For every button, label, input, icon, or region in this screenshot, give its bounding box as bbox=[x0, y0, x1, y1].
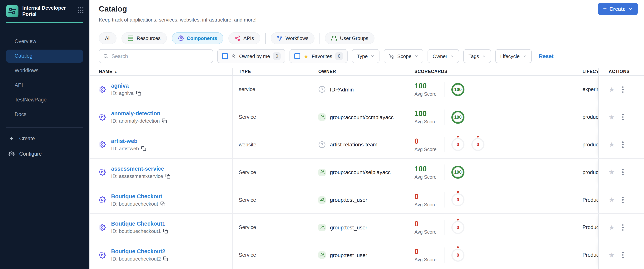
name-cell: Boutique Checkout1 ID: boutiquecheckout1 bbox=[99, 214, 232, 241]
lifecycle-cell: production bbox=[582, 169, 598, 175]
scope-dropdown[interactable]: Scope bbox=[384, 49, 424, 63]
sidebar-item-testnewpage[interactable]: TestNewPage bbox=[6, 93, 83, 106]
plus-icon: + bbox=[8, 135, 14, 142]
avg-score-label: Avg Score bbox=[414, 202, 444, 207]
kebab-menu-icon[interactable] bbox=[621, 140, 624, 149]
sidebar-item-workflows[interactable]: Workflows bbox=[6, 64, 83, 77]
avg-score-block: 100 Avg Score bbox=[414, 165, 444, 180]
tab-resources[interactable]: Resources bbox=[122, 32, 167, 44]
copy-icon[interactable] bbox=[163, 229, 168, 234]
table-row[interactable]: agniva ID: agniva service IDPAdmin 100 A… bbox=[90, 76, 644, 104]
entity-name-link[interactable]: anomaly-detection bbox=[111, 110, 167, 116]
actions-cell: ★ bbox=[598, 241, 638, 269]
entity-name-link[interactable]: agniva bbox=[111, 83, 141, 89]
copy-icon[interactable] bbox=[163, 256, 168, 261]
favorites-filter[interactable]: ★ Favorites 0 bbox=[290, 49, 348, 63]
sidebar-item-catalog[interactable]: Catalog bbox=[6, 49, 83, 62]
favorite-star-icon[interactable]: ★ bbox=[609, 252, 615, 259]
portal-logo-icon bbox=[6, 5, 18, 17]
table-row[interactable]: Boutique Checkout2 ID: boutiquecheckout2… bbox=[90, 241, 644, 269]
tab-all[interactable]: All bbox=[99, 32, 117, 44]
favorite-star-icon[interactable]: ★ bbox=[609, 196, 615, 203]
entity-name-link[interactable]: Boutique Checkout2 bbox=[111, 248, 168, 255]
type-dropdown[interactable]: Type bbox=[352, 49, 380, 63]
copy-icon[interactable] bbox=[136, 91, 141, 96]
plus-icon: + bbox=[603, 5, 607, 12]
sidebar-create-button[interactable]: + Create bbox=[6, 133, 83, 144]
tab-components[interactable]: Components bbox=[172, 32, 224, 44]
scorecards-cell: 0 Avg Score 0 0 bbox=[414, 137, 582, 152]
kebab-menu-icon[interactable] bbox=[621, 196, 624, 204]
table-row[interactable]: artist-web ID: artistweb website artist-… bbox=[90, 131, 644, 159]
kebab-menu-icon[interactable] bbox=[621, 168, 624, 177]
tab-workflows[interactable]: Workflows bbox=[270, 32, 314, 44]
chevron-down-icon bbox=[482, 54, 486, 58]
favorite-star-icon[interactable]: ★ bbox=[609, 224, 615, 231]
favorite-star-icon[interactable]: ★ bbox=[609, 86, 615, 93]
copy-icon[interactable] bbox=[141, 146, 146, 151]
tab-apis[interactable]: APIs bbox=[228, 32, 260, 44]
sidebar-item-docs[interactable]: Docs bbox=[6, 108, 83, 121]
favorites-checkbox[interactable] bbox=[294, 53, 300, 59]
table-header-row: NAME ▲ TYPE OWNER SCORECARDS LIFECYCLE A… bbox=[90, 68, 644, 76]
scorecard-ring[interactable]: 0 bbox=[452, 221, 464, 234]
actions-cell: ★ bbox=[598, 186, 638, 214]
reset-filters-link[interactable]: Reset bbox=[539, 53, 554, 59]
entity-name-link[interactable]: artist-web bbox=[111, 138, 146, 144]
scorecard-ring[interactable]: 100 bbox=[452, 83, 464, 96]
actions-cell: ★ bbox=[598, 214, 638, 241]
kebab-menu-icon[interactable] bbox=[621, 223, 624, 232]
kebab-menu-icon[interactable] bbox=[621, 251, 624, 260]
component-gear-icon bbox=[99, 169, 106, 176]
table-row[interactable]: anomaly-detection ID: anomaly-detection … bbox=[90, 103, 644, 131]
column-header-scorecards[interactable]: SCORECARDS bbox=[414, 69, 582, 74]
owned-by-me-filter[interactable]: Owned by me 0 bbox=[217, 49, 285, 63]
favorite-star-icon[interactable]: ★ bbox=[609, 141, 615, 148]
sidebar-item-overview[interactable]: Overview bbox=[6, 35, 83, 48]
column-header-owner[interactable]: OWNER bbox=[318, 69, 414, 74]
chevron-down-icon bbox=[371, 54, 375, 58]
owned-by-me-checkbox[interactable] bbox=[222, 53, 228, 59]
owner-dropdown[interactable]: Owner bbox=[428, 49, 459, 63]
sidebar-configure-button[interactable]: Configure bbox=[6, 148, 83, 160]
scorecard-ring[interactable]: 0 bbox=[452, 193, 464, 206]
component-gear-icon bbox=[99, 252, 106, 259]
scorecard-ring[interactable]: 100 bbox=[452, 110, 464, 124]
app-grid-icon[interactable] bbox=[78, 7, 84, 13]
tags-dropdown[interactable]: Tags bbox=[464, 49, 491, 63]
components-gear-icon bbox=[178, 35, 184, 41]
owner-cell: artist-relations-team bbox=[318, 141, 414, 148]
favorite-star-icon[interactable]: ★ bbox=[609, 169, 615, 176]
favorite-star-icon[interactable]: ★ bbox=[609, 114, 615, 120]
scorecard-ring[interactable]: 100 bbox=[452, 166, 464, 179]
create-button-label: Create bbox=[610, 6, 626, 12]
resources-icon bbox=[128, 35, 134, 41]
tab-user-groups[interactable]: User Groups bbox=[325, 32, 374, 44]
avg-score-label: Avg Score bbox=[414, 147, 444, 152]
table-row[interactable]: assessment-service ID: assessment-servic… bbox=[90, 159, 644, 186]
column-header-lifecycle[interactable]: LIFECYCLE bbox=[582, 69, 598, 74]
nav-divider bbox=[18, 30, 68, 31]
kebab-menu-icon[interactable] bbox=[621, 85, 624, 94]
scorecard-ring[interactable]: 0 bbox=[452, 138, 464, 151]
copy-icon[interactable] bbox=[162, 118, 167, 123]
kebab-menu-icon[interactable] bbox=[621, 113, 624, 121]
owner-name: group:test_user bbox=[330, 225, 367, 231]
entity-name-link[interactable]: Boutique Checkout bbox=[111, 193, 165, 199]
entity-name-link[interactable]: Boutique Checkout1 bbox=[111, 221, 168, 227]
search-input[interactable] bbox=[112, 53, 209, 59]
column-header-type[interactable]: TYPE bbox=[232, 69, 318, 74]
entity-name-link[interactable]: assessment-service bbox=[111, 165, 170, 172]
lifecycle-dropdown[interactable]: Lifecycle bbox=[495, 49, 532, 63]
table-row[interactable]: Boutique Checkout ID: boutiquecheckout S… bbox=[90, 186, 644, 214]
sidebar-item-api[interactable]: API bbox=[6, 79, 83, 92]
scorecard-ring[interactable]: 0 bbox=[452, 249, 464, 262]
column-header-name[interactable]: NAME ▲ bbox=[99, 68, 232, 75]
scorecard-ring[interactable]: 0 bbox=[471, 138, 484, 151]
copy-icon[interactable] bbox=[165, 174, 170, 179]
copy-icon[interactable] bbox=[160, 201, 165, 206]
create-button[interactable]: + Create bbox=[598, 3, 638, 15]
table-row[interactable]: Boutique Checkout1 ID: boutiquecheckout1… bbox=[90, 214, 644, 242]
avg-score-value: 100 bbox=[414, 165, 444, 173]
brand: Internal Developer Portal bbox=[0, 0, 89, 17]
